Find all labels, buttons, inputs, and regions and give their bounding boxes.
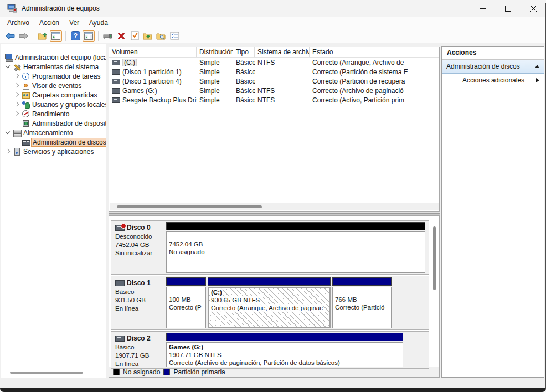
column-header-0[interactable]: Volumen	[109, 47, 197, 57]
tree-item-4[interactable]: Carpetas compartidas	[1, 90, 106, 100]
disk-vertical-scrollbar[interactable]	[431, 225, 437, 358]
partition[interactable]: 100 MBCorrecto (P	[166, 277, 206, 328]
partition-text-line: Correcto (Archivo de paginación, Partici…	[168, 359, 401, 367]
volume-list-scrollbar-thumb[interactable]	[117, 205, 262, 208]
tree-item-1[interactable]: Herramientas del sistema	[1, 62, 106, 71]
actions-group-disk-management[interactable]: Administración de discos	[442, 60, 544, 74]
tree-item-label: Almacenamiento	[22, 129, 74, 137]
disk-scrollbar-thumb[interactable]	[433, 226, 436, 290]
minimize-button[interactable]	[470, 0, 495, 17]
console-tree-panel: Administración del equipo (local)Herrami…	[1, 44, 106, 378]
menu-item-accin[interactable]: Acción	[34, 18, 64, 28]
volume-row-4[interactable]: Seagate Backup Plus Drive (H:)SimpleBási…	[109, 95, 439, 105]
properties-check-icon[interactable]	[128, 30, 141, 42]
cell: Básico	[233, 59, 255, 66]
disk-partition-area: 100 MBCorrecto (P(C:)930.65 GB NTFSCorre…	[164, 276, 429, 329]
tree-item-10[interactable]: Servicios y aplicaciones	[1, 147, 106, 156]
chevron-down-icon[interactable]	[4, 128, 12, 137]
partition-body: 100 MBCorrecto (P	[166, 287, 206, 328]
column-header-4[interactable]: Estado	[310, 47, 439, 57]
volume-row-1[interactable]: (Disco 1 partición 1)SimpleBásicoCorrect…	[109, 67, 439, 76]
services-icon	[13, 148, 22, 156]
toolbar-separator	[98, 31, 99, 41]
partition-gamesg[interactable]: Games (G:)1907.71 GB NTFSCorrecto (Archi…	[166, 333, 403, 367]
menu-bar: ArchivoAcciónVerAyuda	[0, 17, 546, 29]
close-button[interactable]	[521, 0, 546, 17]
cell: Simple	[197, 59, 233, 66]
disk-partition-area: 7452.04 GBNo asignado	[164, 221, 429, 274]
partition[interactable]: 7452.04 GBNo asignado	[166, 222, 425, 273]
tree-item-3[interactable]: Visor de eventos	[1, 81, 106, 90]
window-title: Administración de equipos	[22, 4, 100, 12]
chevron-right-icon[interactable]	[13, 100, 21, 109]
cell: Correcto (Activo, Partición prim	[310, 96, 439, 104]
volume-list-header: VolumenDistribuciónTipoSistema de archiv…	[109, 47, 439, 58]
volume-list-horizontal-scrollbar[interactable]	[110, 203, 439, 210]
chevron-right-icon[interactable]	[13, 72, 21, 80]
disk-error-icon	[115, 225, 125, 231]
disk-header[interactable]: Disco 2Básico1907.71 GBEn línea	[111, 332, 164, 368]
menu-item-ayuda[interactable]: Ayuda	[84, 18, 113, 28]
cell: Correcto (Arranque, Archivo de	[310, 59, 439, 66]
disk-header[interactable]: Disco 0Desconocido7452.04 GBSin iniciali…	[111, 221, 164, 274]
performance-icon	[22, 110, 30, 118]
folder-up-icon[interactable]	[142, 30, 154, 42]
tree-horizontal-scrollbar[interactable]	[2, 370, 104, 375]
up-level-icon[interactable]	[37, 30, 49, 42]
menu-item-ver[interactable]: Ver	[64, 18, 84, 28]
tree-item-9[interactable]: Administración de discos	[1, 137, 106, 147]
chevron-right-icon[interactable]	[4, 147, 12, 156]
legend-swatch	[113, 369, 120, 375]
column-header-1[interactable]: Distribución	[197, 47, 233, 57]
tree-item-label: Rendimiento	[30, 110, 71, 118]
menu-item-archivo[interactable]: Archivo	[2, 18, 34, 28]
cell: Simple	[197, 96, 233, 104]
disk-icon	[115, 336, 125, 342]
disk-info-line: En línea	[115, 305, 164, 313]
pane-splitter[interactable]	[109, 212, 440, 215]
partition-type-band	[166, 222, 425, 230]
tree-item-7[interactable]: Administrador de dispositivos	[1, 118, 106, 128]
disk-header[interactable]: Disco 1Básico931.50 GBEn línea	[111, 276, 164, 329]
partition-text-line: 7452.04 GB	[168, 240, 423, 248]
cell: Games (G:)	[109, 87, 197, 95]
legend-swatch	[163, 369, 170, 375]
volume-row-3[interactable]: Games (G:)SimpleBásicoNTFSCorrecto (Arch…	[109, 86, 439, 95]
chevron-right-icon[interactable]	[13, 91, 21, 99]
actions-item-more-actions[interactable]: Acciones adicionales	[442, 74, 544, 87]
cell: NTFS	[255, 59, 310, 66]
action-pane-toggle-icon[interactable]	[83, 30, 95, 42]
delete-icon[interactable]	[115, 30, 127, 42]
event-icon	[22, 82, 30, 90]
tree-item-8[interactable]: Almacenamiento	[1, 128, 106, 137]
help-icon[interactable]: ?	[69, 30, 81, 42]
tree-item-0[interactable]: Administración del equipo (local)	[1, 53, 106, 62]
volume-row-0[interactable]: (C:)SimpleBásicoNTFSCorrecto (Arranque, …	[109, 58, 439, 67]
collapse-icon[interactable]	[535, 65, 539, 68]
tree-item-5[interactable]: Usuarios y grupos locales	[1, 100, 106, 109]
partition-c[interactable]: (C:)930.65 GB NTFSCorrecto (Arranque, Ar…	[208, 277, 331, 328]
partition[interactable]: 766 MBCorrecto (Partició	[332, 277, 392, 328]
back-icon[interactable]	[4, 30, 16, 42]
partition-text-line: Correcto (Arranque, Archivo de paginac	[210, 304, 328, 312]
chevron-right-icon[interactable]	[13, 110, 21, 118]
maximize-button[interactable]	[495, 0, 521, 17]
column-header-3[interactable]: Sistema de archivos	[255, 47, 310, 57]
forward-icon[interactable]	[17, 30, 29, 42]
storage-icon	[13, 129, 22, 137]
checklist-icon[interactable]	[168, 30, 181, 42]
tree-scrollbar-thumb[interactable]	[10, 372, 83, 374]
partition-text-line: 930.65 GB NTFS	[210, 296, 328, 304]
volume-row-2[interactable]: (Disco 1 partición 4)SimpleBásicoCorrect…	[109, 76, 439, 86]
device-icon[interactable]	[102, 30, 114, 42]
console-tree-toggle-icon[interactable]	[50, 30, 62, 42]
chevron-right-icon[interactable]	[13, 81, 21, 90]
cell: Simple	[197, 68, 233, 76]
chevron-down-icon[interactable]	[4, 63, 12, 71]
column-header-2[interactable]: Tipo	[233, 47, 255, 57]
tree-item-6[interactable]: Rendimiento	[1, 109, 106, 118]
disk-info-line: Básico	[115, 343, 164, 352]
folder-search-icon[interactable]	[155, 30, 167, 42]
tree-item-2[interactable]: Programador de tareas	[1, 71, 106, 81]
partition-body: 7452.04 GBNo asignado	[166, 231, 425, 273]
